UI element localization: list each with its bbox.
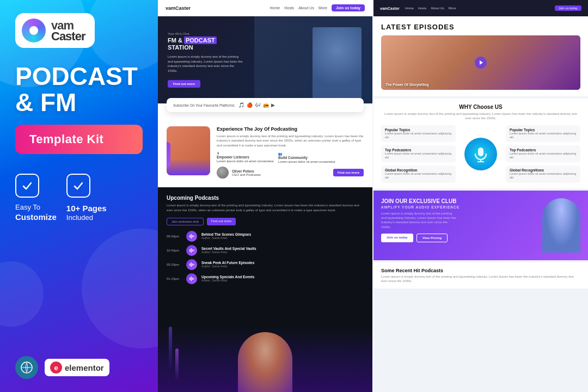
svg-rect-11 (192, 264, 193, 266)
preview-hero: Your All In One FM & PODCAST STATION Lor… (158, 16, 372, 103)
why-item-r2: Top Podcasters Lorem ipsum dolor sit ame… (506, 145, 580, 162)
play-button-overlay (475, 57, 487, 69)
svg-rect-1 (189, 235, 191, 237)
feature-label-customize: Easy To Customize (15, 203, 57, 223)
feature-pages: 10+ Pages Included (66, 174, 107, 223)
latest-episodes-section: LATEST EPISODES The Power Of Storytellin… (373, 16, 588, 96)
hero-person-image (313, 27, 362, 103)
waveform-icon-4 (189, 276, 194, 281)
elementor-logo: e elementor (45, 359, 109, 376)
wordpress-logo (15, 356, 38, 379)
why-item-2: Top Podcasters Lorem ipsum dolor sit ame… (381, 145, 456, 162)
elementor-icon: e (50, 362, 62, 373)
upcoming-title: Upcoming Podcasts (167, 195, 364, 201)
preview-right-col: vamCaster Home Hosts About Us More Join … (372, 0, 588, 392)
feature-check-pages (66, 174, 90, 198)
preview-nav-logo-left: vamCaster (166, 5, 191, 11)
podcast-info-2: Secret Vaults And Special Vaults Author:… (201, 247, 364, 254)
spotify-icon: 📻 (263, 102, 269, 108)
template-badge: Template Kit (15, 125, 143, 154)
why-col-right: Popular Topics Lorem ipsum dolor sit ame… (506, 125, 580, 183)
rating-badge: ★★★★★ 0.1M+ Subscribers over the world (167, 142, 170, 167)
waveform-icon (189, 234, 194, 239)
joy-image: ★★★★★ 0.1M+ Subscribers over the world (167, 126, 210, 175)
main-heading: PODCAST & FM (15, 63, 138, 116)
waveform-icon-2 (189, 248, 194, 253)
right-nav-cta: Join us today (555, 5, 581, 11)
episode-caption: The Power Of Storytelling (385, 83, 428, 87)
right-nav-logo: vamCaster (380, 7, 400, 10)
oliver-avatar (217, 167, 229, 179)
oliver-block: Oliver Potero CEO and Podcaster Find out… (217, 167, 364, 179)
join-btn-1: Join us today (381, 234, 413, 242)
join-btn-2: View Pricing (416, 234, 448, 242)
upcoming-btn-2: Find out more (207, 218, 236, 225)
nav-cta-left: Join us today (332, 4, 365, 11)
mic-graphic (464, 138, 497, 170)
logo-icon (22, 19, 46, 42)
woman-image-area (158, 327, 372, 392)
joy-features: 🎙 Empower Listeners Lorem ipsum dolor si… (217, 152, 364, 163)
subscribe-icons: 🎵 🍎 🎶 📻 ▶ (238, 102, 275, 108)
microphone-icon (472, 145, 489, 163)
svg-rect-2 (191, 234, 192, 238)
join-section: JOIN OUR EXCLUSIVE CLUB AMPLIFY YOUR AUD… (373, 191, 588, 260)
play-icon (478, 60, 483, 65)
why-grid: Popular Topics Lorem ipsum dolor sit ame… (381, 125, 580, 183)
waveform-icon-3 (189, 262, 194, 267)
podcast-icon-3 (186, 259, 197, 270)
svg-rect-14 (191, 277, 192, 281)
music-icon: 🎵 (238, 102, 244, 108)
podcast-icon-4 (186, 273, 197, 284)
podcast-name-2: Secret Vaults And Special Vaults (201, 247, 364, 250)
svg-rect-13 (189, 278, 191, 280)
recent-body: Lorem ipsum is simply dummy text of the … (381, 274, 580, 284)
svg-rect-15 (192, 278, 193, 280)
why-section: WHY Choose US Lorem ipsum is simply dumm… (373, 99, 588, 188)
upcoming-btn-1: Join exclusive club (167, 218, 204, 225)
podcast-item-3: 05:20pm Sneak Peek At Future Episodes Au… (167, 259, 364, 270)
right-panel: vamCaster Home Hosts About Us More Join … (158, 0, 588, 392)
bottom-logos: e elementor (15, 356, 109, 379)
woman-silhouette (238, 332, 292, 392)
preview-nav-links-left: Home Hosts About Us More Join us today (270, 4, 365, 11)
join-buttons: Join us today View Pricing (381, 234, 460, 242)
why-item-1: Popular Topics Lorem ipsum dolor sit ame… (381, 125, 456, 142)
recent-title: Some Recent Hit Podcasts (381, 268, 580, 273)
svg-rect-12 (194, 264, 194, 265)
template-badge-label: Template Kit (29, 132, 103, 146)
subscribe-bar: Subscribe On Your Favourite Platforms: 🎵… (167, 98, 364, 112)
join-content: JOIN OUR EXCLUSIVE CLUB AMPLIFY YOUR AUD… (381, 198, 460, 243)
feature-label-pages: 10+ Pages Included (66, 203, 107, 223)
left-panel: vam Caster PODCAST & FM Template Kit Eas… (0, 0, 158, 392)
nav-hosts: Hosts (284, 6, 294, 10)
nav-about: About Us (298, 6, 314, 10)
join-title: JOIN OUR EXCLUSIVE CLUB (381, 198, 460, 204)
svg-rect-6 (191, 248, 192, 253)
time-1: 08:30pm (167, 235, 182, 238)
wordpress-icon (21, 362, 33, 373)
joy-feat-2: 👥 Build Community Lorem ipsum dolor sit … (278, 152, 335, 163)
join-body: Lorem ipsum is simply dummy text of the … (381, 211, 457, 230)
why-title: WHY Choose US (381, 104, 580, 110)
why-item-r1: Popular Topics Lorem ipsum dolor sit ame… (506, 125, 580, 142)
find-more-btn: Find out more (333, 169, 364, 176)
upcoming-sub: Lorem ipsum is simply dummy text of the … (167, 203, 364, 212)
svg-rect-3 (192, 235, 193, 237)
joy-content: Experience The Joy Of Podcasting Lorem i… (217, 126, 364, 179)
upcoming-btns: Join exclusive club Find out more (167, 218, 364, 225)
podcast-item-2: 10:40pm Secret Vaults And Special Vaults… (167, 245, 364, 256)
podcast-name-1: Behind The Scenes Glimpses (201, 232, 364, 236)
svg-rect-18 (478, 148, 483, 156)
podcast-info-1: Behind The Scenes Glimpses Author: Some … (201, 232, 364, 240)
checkmark-icon-2 (72, 180, 84, 192)
joy-body: Lorem ipsum is simply dummy text of the … (217, 134, 364, 148)
hero-content: Your All In One FM & PODCAST STATION Lor… (168, 32, 244, 88)
apple-icon: 🍎 (247, 102, 253, 108)
preview-left-col: vamCaster Home Hosts About Us More Join … (158, 0, 372, 392)
features-row: Easy To Customize 10+ Pages Included (15, 174, 107, 223)
svg-rect-8 (194, 250, 194, 251)
podcast-author-1: Author: Some Artist (201, 236, 364, 240)
nav-more: More (318, 6, 327, 10)
hero-body: Lorem ipsum is simply dummy text of the … (168, 54, 244, 73)
